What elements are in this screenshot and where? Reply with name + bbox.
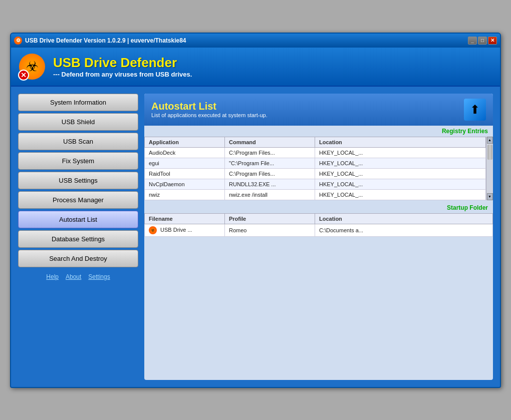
- row-location: HKEY_LOCAL_...: [315, 147, 486, 158]
- col-location: Location: [315, 137, 486, 147]
- scroll-thumb[interactable]: [487, 145, 492, 160]
- sidebar-item-usb-scan[interactable]: USB Scan: [18, 133, 138, 150]
- row-app: RaidTool: [145, 168, 225, 179]
- app-icon: ⚙: [14, 37, 22, 45]
- col-filename: Filename: [145, 213, 225, 224]
- titlebar: ⚙ USB Drive Defender Version 1.0.2.9 | e…: [11, 34, 500, 48]
- sidebar-footer: Help About Settings: [18, 269, 138, 280]
- about-link[interactable]: About: [66, 273, 81, 280]
- minimize-button[interactable]: _: [468, 37, 477, 45]
- panel-title: Autostart List: [151, 101, 268, 112]
- col-location: Location: [315, 213, 493, 224]
- panel-subtitle: List of applications executed at system …: [151, 112, 268, 118]
- row-command: nwiz.exe /install: [225, 189, 315, 200]
- panel-header-text: Autostart List List of applications exec…: [151, 101, 268, 118]
- sidebar-item-usb-settings[interactable]: USB Settings: [18, 172, 138, 189]
- maximize-button[interactable]: □: [478, 37, 487, 45]
- row-location: HKEY_LOCAL_...: [315, 158, 486, 168]
- startup-profile: Romeo: [225, 224, 315, 236]
- sidebar-item-usb-shield[interactable]: USB Shield: [18, 113, 138, 131]
- help-link[interactable]: Help: [46, 273, 59, 280]
- startup-location: C:\Documents a...: [315, 224, 493, 236]
- col-command: Command: [225, 137, 315, 147]
- col-application: Application: [145, 137, 225, 147]
- scroll-up-btn[interactable]: ▲: [487, 137, 493, 144]
- red-x-icon: ✕: [18, 70, 29, 81]
- table-row[interactable]: AudioDeck C:\Program Files... HKEY_LOCAL…: [145, 147, 486, 158]
- file-icon: ☣: [149, 226, 157, 234]
- table-row[interactable]: RaidTool C:\Program Files... HKEY_LOCAL_…: [145, 168, 486, 179]
- table-row[interactable]: NvCplDaemon RUNDLL32.EXE ... HKEY_LOCAL_…: [145, 179, 486, 189]
- row-command: C:\Program Files...: [225, 168, 315, 179]
- scroll-down-btn[interactable]: ▼: [487, 193, 493, 200]
- window-title: USB Drive Defender Version 1.0.2.9 | euv…: [25, 37, 186, 44]
- header-text: USB Drive Defender --- Defend from any v…: [53, 55, 192, 78]
- app-header: ☣ ✕ USB Drive Defender --- Defend from a…: [11, 48, 500, 87]
- sidebar-item-search-and-destroy[interactable]: Search And Destroy: [18, 250, 138, 267]
- startup-filename: ☣ USB Drive ...: [145, 224, 225, 236]
- scrollbar-registry[interactable]: ▲ ▼: [486, 137, 493, 200]
- startup-folder-label: Startup Folder: [144, 202, 493, 213]
- registry-table-wrapper: Application Command Location AudioDeck C…: [144, 137, 493, 200]
- main-panel: Autostart List List of applications exec…: [144, 94, 493, 380]
- row-command: C:\Program Files...: [225, 147, 315, 158]
- main-window: ⚙ USB Drive Defender Version 1.0.2.9 | e…: [10, 33, 501, 388]
- sidebar: System Information USB Shield USB Scan F…: [18, 94, 138, 380]
- table-row[interactable]: nwiz nwiz.exe /install HKEY_LOCAL_...: [145, 189, 486, 200]
- close-button[interactable]: ✕: [488, 37, 497, 45]
- titlebar-left: ⚙ USB Drive Defender Version 1.0.2.9 | e…: [14, 37, 186, 45]
- row-location: HKEY_LOCAL_...: [315, 189, 486, 200]
- row-app: AudioDeck: [145, 147, 225, 158]
- row-location: HKEY_LOCAL_...: [315, 168, 486, 179]
- col-profile: Profile: [225, 213, 315, 224]
- row-app: egui: [145, 158, 225, 168]
- header-icon-area: ☣ ✕: [19, 54, 45, 80]
- sidebar-item-autostart-list[interactable]: Autostart List: [18, 211, 138, 228]
- sidebar-item-fix-system[interactable]: Fix System: [18, 152, 138, 170]
- sidebar-item-system-information[interactable]: System Information: [18, 94, 138, 111]
- row-location: HKEY_LOCAL_...: [315, 179, 486, 189]
- sidebar-item-database-settings[interactable]: Database Settings: [18, 230, 138, 248]
- panel-header: Autostart List List of applications exec…: [144, 94, 493, 126]
- app-subtitle: --- Defend from any viruses from USB dri…: [53, 71, 192, 78]
- registry-table: Application Command Location AudioDeck C…: [144, 137, 486, 200]
- settings-link[interactable]: Settings: [88, 273, 110, 280]
- app-title: USB Drive Defender: [53, 55, 192, 71]
- row-app: NvCplDaemon: [145, 179, 225, 189]
- startup-table: Filename Profile Location ☣ USB Drive ..…: [144, 213, 493, 237]
- titlebar-controls[interactable]: _ □ ✕: [468, 37, 497, 45]
- row-command: RUNDLL32.EXE ...: [225, 179, 315, 189]
- startup-section: Filename Profile Location ☣ USB Drive ..…: [144, 213, 493, 239]
- sidebar-item-process-manager[interactable]: Process Manager: [18, 191, 138, 209]
- table-row[interactable]: ☣ USB Drive ... Romeo C:\Documents a...: [145, 224, 493, 236]
- row-command: "C:\Program File...: [225, 158, 315, 168]
- panel-header-icon: ⬆: [464, 99, 486, 121]
- row-app: nwiz: [145, 189, 225, 200]
- table-row[interactable]: egui "C:\Program File... HKEY_LOCAL_...: [145, 158, 486, 168]
- registry-entries-label: Registry Entries: [144, 126, 493, 137]
- content-area: System Information USB Shield USB Scan F…: [11, 87, 500, 387]
